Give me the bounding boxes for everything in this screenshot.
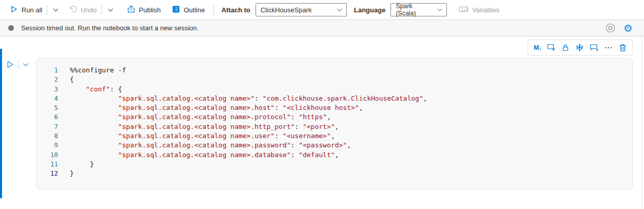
variables-button[interactable]: (x) Variables — [454, 3, 504, 16]
chevron-down-icon — [437, 7, 443, 13]
run-cell-button[interactable] — [6, 60, 14, 69]
code-line[interactable]: 1%%configure -f — [36, 66, 632, 75]
code-text: "spark.sql.catalog.<catalog name>.passwo… — [70, 141, 351, 150]
line-number: 11 — [36, 160, 58, 169]
scrollbar-track[interactable] — [642, 36, 642, 209]
undo-label: Undo — [81, 6, 96, 14]
code-line[interactable]: 12} — [36, 169, 632, 178]
variables-icon: (x) — [459, 5, 469, 15]
code-line[interactable]: 11 } — [36, 160, 632, 169]
stop-session-button[interactable] — [606, 23, 615, 33]
notebook-command-bar: Run all Undo Publish Outline Attach to C… — [0, 0, 644, 20]
session-status-bar: Session timed out. Run the notebook to s… — [0, 20, 644, 36]
session-settings-gear-icon[interactable]: ⚙ — [623, 23, 633, 33]
undo-dropdown-chevron[interactable] — [102, 3, 119, 16]
line-number: 1 — [36, 66, 58, 75]
code-line[interactable]: 4 "spark.sql.catalog.<catalog name>": "c… — [36, 94, 632, 103]
code-text: } — [70, 160, 94, 169]
code-text: { — [70, 75, 74, 84]
code-line[interactable]: 9 "spark.sql.catalog.<catalog name>.pass… — [36, 141, 632, 150]
outline-button[interactable]: Outline — [167, 3, 209, 16]
undo-button[interactable]: Undo — [64, 3, 101, 16]
chevron-down-icon — [336, 7, 343, 13]
notebook-main-area: M↓ ··· 1%%configure -f2{3 "conf": {4 — [0, 36, 644, 209]
code-text: %%configure -f — [70, 66, 126, 75]
code-line[interactable]: 5 "spark.sql.catalog.<catalog name>.host… — [36, 103, 632, 112]
publish-icon — [127, 5, 135, 15]
code-text: "spark.sql.catalog.<catalog name>.http_p… — [70, 122, 339, 131]
session-status-message: Session timed out. Run the notebook to s… — [21, 24, 199, 32]
code-line[interactable]: 2{ — [36, 75, 632, 84]
attach-to-value: ClickHouseSpark — [261, 6, 312, 14]
svg-text:(x): (x) — [461, 7, 469, 11]
freeze-cell-snowflake-button[interactable] — [575, 43, 584, 52]
line-number: 4 — [36, 94, 58, 103]
code-line[interactable]: 6 "spark.sql.catalog.<catalog name>.prot… — [36, 112, 632, 122]
divider — [18, 61, 18, 69]
line-number: 6 — [36, 112, 58, 122]
code-line[interactable]: 10 "spark.sql.catalog.<catalog name>.dat… — [36, 150, 632, 160]
cell-toolbar: M↓ ··· — [528, 40, 633, 55]
code-line[interactable]: 3 "conf": { — [36, 85, 632, 94]
add-comment-button[interactable] — [590, 43, 599, 52]
play-icon — [10, 5, 18, 15]
line-number: 10 — [36, 150, 58, 160]
session-status-dot — [8, 25, 14, 31]
code-line[interactable]: 7 "spark.sql.catalog.<catalog name>.http… — [36, 122, 632, 131]
code-text: "spark.sql.catalog.<catalog name>": "com… — [70, 94, 427, 103]
code-cell[interactable]: 1%%configure -f2{3 "conf": {4 "spark.sql… — [36, 58, 633, 189]
code-text: "spark.sql.catalog.<catalog name>.user":… — [70, 131, 335, 141]
code-text: } — [70, 169, 74, 178]
convert-to-markdown-button[interactable]: M↓ — [534, 44, 541, 51]
line-number: 12 — [36, 169, 58, 178]
undo-icon — [69, 5, 77, 15]
line-number: 9 — [36, 141, 58, 150]
lock-cell-button[interactable] — [561, 44, 570, 52]
cell-selection-accent-bar — [0, 49, 2, 198]
run-all-label: Run all — [22, 6, 42, 14]
outline-icon — [172, 5, 180, 15]
code-area: 1%%configure -f2{3 "conf": {4 "spark.sql… — [36, 66, 632, 179]
line-number: 2 — [36, 75, 58, 84]
publish-label: Publish — [139, 6, 161, 14]
line-number: 5 — [36, 103, 58, 112]
line-number: 7 — [36, 122, 58, 131]
language-label: Language — [354, 6, 385, 14]
run-all-button[interactable]: Run all — [5, 3, 47, 16]
attach-to-select[interactable]: ClickHouseSpark — [256, 3, 347, 16]
clear-output-button[interactable] — [547, 43, 556, 52]
cell-run-controls — [6, 60, 29, 69]
run-all-dropdown-chevron[interactable] — [47, 3, 64, 16]
collapse-cell-chevron[interactable] — [22, 61, 29, 68]
line-number: 8 — [36, 131, 58, 141]
outline-label: Outline — [184, 6, 205, 14]
code-text: "spark.sql.catalog.<catalog name>.databa… — [70, 150, 339, 160]
delete-cell-trash-button[interactable] — [619, 44, 627, 52]
code-text: "spark.sql.catalog.<catalog name>.protoc… — [70, 112, 331, 122]
variables-label: Variables — [472, 6, 499, 14]
attach-to-label: Attach to — [221, 6, 250, 14]
code-text: "spark.sql.catalog.<catalog name>.host":… — [70, 103, 363, 112]
language-select[interactable]: Spark (Scala) — [391, 3, 447, 16]
toolbar-separator — [213, 5, 214, 15]
language-value: Spark (Scala) — [396, 3, 433, 17]
more-actions-button[interactable]: ··· — [604, 44, 613, 52]
publish-button[interactable]: Publish — [122, 3, 166, 16]
code-line[interactable]: 8 "spark.sql.catalog.<catalog name>.user… — [36, 131, 632, 141]
line-number: 3 — [36, 85, 58, 94]
code-text: "conf": { — [70, 85, 122, 94]
